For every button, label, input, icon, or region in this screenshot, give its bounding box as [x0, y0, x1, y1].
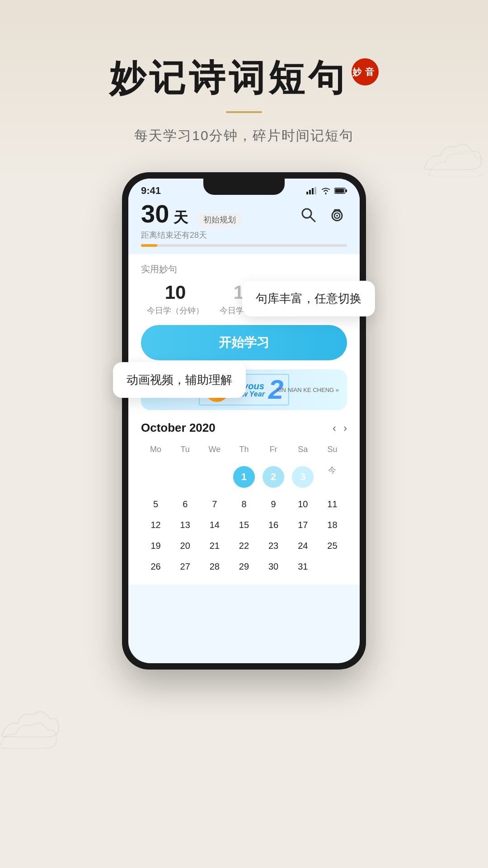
- battery-icon: [334, 187, 347, 194]
- svg-rect-0: [306, 192, 308, 194]
- calendar: October 2020 ‹ › Mo Tu We Th Fr: [141, 421, 347, 576]
- tooltip-left-text: 动画视频，辅助理解: [127, 373, 232, 387]
- signal-icon: [306, 187, 317, 194]
- calendar-prev-button[interactable]: ‹: [333, 422, 336, 434]
- cal-day-empty: [318, 557, 347, 576]
- cal-day-19[interactable]: 19: [141, 537, 170, 555]
- progress-bar-container: [141, 244, 347, 247]
- title-section: 妙记诗词短句 妙音 每天学习10分钟，碎片时间记短句: [0, 0, 488, 145]
- app-header-top: 30 天 初始规划: [141, 201, 347, 228]
- tooltip-right-text: 句库丰富，任意切换: [256, 292, 361, 305]
- days-unit: 天: [174, 208, 188, 228]
- calendar-weekdays: Mo Tu We Th Fr Sa Su: [141, 442, 347, 457]
- days-remaining: 距离结束还有28天: [141, 230, 347, 241]
- svg-point-11: [336, 215, 338, 217]
- cloud-decoration-left: [0, 710, 63, 760]
- progress-bar-fill: [141, 244, 157, 247]
- calendar-title: October 2020: [141, 421, 216, 435]
- calendar-header: October 2020 ‹ ›: [141, 421, 347, 435]
- weekday-th: Th: [229, 442, 258, 457]
- section-label: 实用妙句: [141, 263, 347, 275]
- phone-mockup: 9:41: [122, 172, 366, 670]
- banner-right-text: XIN NIAN KE CHENG »: [276, 387, 339, 393]
- start-learning-button[interactable]: 开始学习: [141, 325, 347, 360]
- cal-day-21[interactable]: 21: [200, 537, 229, 555]
- badge-text: 妙音: [352, 67, 378, 76]
- search-icon: [300, 207, 316, 223]
- cal-day-10[interactable]: 10: [288, 495, 318, 513]
- cal-day-17[interactable]: 17: [288, 516, 318, 534]
- cal-day-27[interactable]: 27: [170, 557, 200, 576]
- camera-icon-btn[interactable]: [327, 205, 347, 225]
- tooltip-left: 动画视频，辅助理解: [113, 362, 246, 398]
- cal-day-6[interactable]: 6: [170, 495, 200, 513]
- weekday-we: We: [200, 442, 229, 457]
- weekday-mo: Mo: [141, 442, 170, 457]
- phone-container: 动画视频，辅助理解 句库丰富，任意切换 9:41: [0, 172, 488, 670]
- cal-day-14[interactable]: 14: [200, 516, 229, 534]
- cal-day-23[interactable]: 23: [259, 537, 288, 555]
- cal-day-9[interactable]: 9: [259, 495, 288, 513]
- calendar-next-button[interactable]: ›: [343, 422, 347, 434]
- app-header: 30 天 初始规划: [128, 197, 360, 254]
- status-time: 9:41: [141, 185, 161, 197]
- cal-day-15[interactable]: 15: [229, 516, 258, 534]
- stat-today-minutes: 10 今日学（分钟）: [141, 282, 210, 316]
- weekday-fr: Fr: [259, 442, 288, 457]
- cal-day-3[interactable]: 3: [288, 462, 318, 492]
- cal-day-empty: [141, 462, 170, 492]
- cal-day-12[interactable]: 12: [141, 516, 170, 534]
- tooltip-right: 句库丰富，任意切换: [242, 281, 375, 316]
- svg-line-8: [310, 217, 315, 222]
- calendar-nav: ‹ ›: [333, 422, 347, 434]
- cal-day-29[interactable]: 29: [229, 557, 258, 576]
- cal-day-empty: [200, 462, 229, 492]
- cal-day-7[interactable]: 7: [200, 495, 229, 513]
- calendar-grid: 1 2 3 今 5 6 7 8 9 10 11: [141, 462, 347, 576]
- cal-day-empty: [170, 462, 200, 492]
- cal-day-30[interactable]: 30: [259, 557, 288, 576]
- title-text: 妙记诗词短句: [109, 54, 348, 103]
- search-icon-btn[interactable]: [298, 205, 318, 225]
- today-minutes-value: 10: [141, 282, 210, 303]
- cal-day-8[interactable]: 8: [229, 495, 258, 513]
- cal-day-25[interactable]: 25: [318, 537, 347, 555]
- cal-day-24[interactable]: 24: [288, 537, 318, 555]
- days-display: 30 天 初始规划: [141, 201, 242, 228]
- cal-day-20[interactable]: 20: [170, 537, 200, 555]
- title-underline: [226, 111, 262, 113]
- cal-day-2[interactable]: 2: [259, 462, 288, 492]
- cal-day-today: 今: [318, 462, 347, 492]
- subtitle-text: 每天学习10分钟，碎片时间记短句: [0, 127, 488, 145]
- cal-day-5[interactable]: 5: [141, 495, 170, 513]
- cal-day-1[interactable]: 1: [229, 462, 258, 492]
- title-badge: 妙音: [352, 58, 379, 85]
- svg-rect-2: [312, 188, 314, 194]
- cal-day-18[interactable]: 18: [318, 516, 347, 534]
- phone-screen: 9:41: [128, 179, 360, 663]
- cal-day-31[interactable]: 31: [288, 557, 318, 576]
- today-minutes-label: 今日学（分钟）: [141, 305, 210, 316]
- status-icons: [306, 187, 347, 194]
- svg-rect-3: [314, 187, 316, 194]
- cal-day-11[interactable]: 11: [318, 495, 347, 513]
- main-title: 妙记诗词短句 妙音: [0, 54, 488, 103]
- plan-badge: 初始规划: [197, 212, 242, 227]
- svg-rect-1: [309, 190, 311, 194]
- days-number: 30: [141, 201, 169, 226]
- svg-rect-5: [335, 189, 344, 193]
- wifi-icon: [321, 187, 331, 194]
- cal-day-28[interactable]: 28: [200, 557, 229, 576]
- cal-day-13[interactable]: 13: [170, 516, 200, 534]
- weekday-tu: Tu: [170, 442, 200, 457]
- camera-icon: [329, 207, 345, 223]
- svg-rect-6: [346, 189, 347, 192]
- cal-day-22[interactable]: 22: [229, 537, 258, 555]
- weekday-sa: Sa: [288, 442, 318, 457]
- weekday-su: Su: [318, 442, 347, 457]
- cal-day-16[interactable]: 16: [259, 516, 288, 534]
- cal-day-26[interactable]: 26: [141, 557, 170, 576]
- phone-notch: [203, 179, 285, 195]
- header-icons: [298, 205, 347, 225]
